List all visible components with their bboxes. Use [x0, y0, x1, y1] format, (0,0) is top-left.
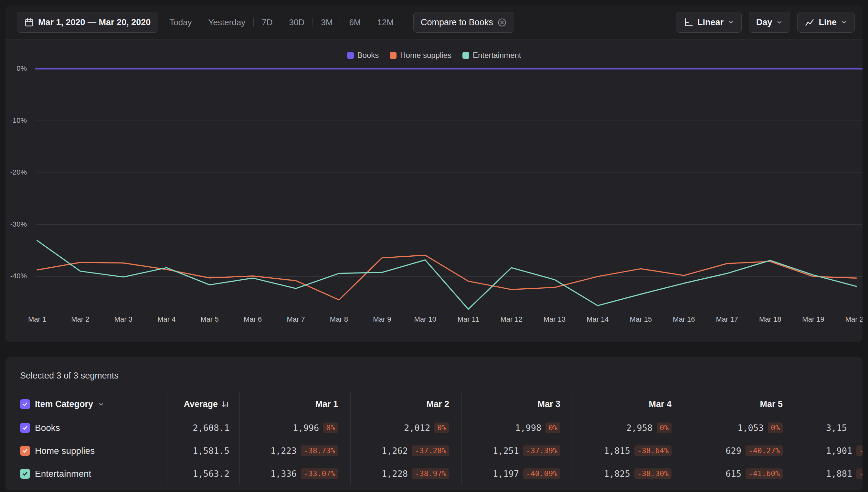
- pct-change-badge: 0%: [768, 422, 783, 433]
- category-header-label: Item Category: [35, 399, 93, 409]
- pct-change-badge: -33.07%: [301, 468, 338, 479]
- value-cell: 1,9960%: [239, 416, 350, 439]
- pct-change-badge: -37.28%: [412, 445, 449, 456]
- select-all-checkbox[interactable]: [20, 399, 30, 409]
- check-icon: [22, 448, 28, 454]
- sort-icon[interactable]: [221, 400, 229, 409]
- selected-segments-text: Selected 3 of 3 segments: [20, 371, 863, 380]
- pct-change-badge: -37.39%: [523, 445, 560, 456]
- row-label: Home supplies: [35, 446, 95, 456]
- average-header[interactable]: Average: [167, 392, 239, 416]
- date-column-header: Mar 2: [350, 392, 461, 416]
- table-row-label-entertainment: Entertainment: [5, 462, 167, 485]
- table-row-label-home-supplies: Home supplies: [5, 439, 167, 462]
- pct-change-badge: -4: [857, 468, 863, 479]
- series-line-home-supplies: [37, 255, 857, 300]
- average-header-label: Average: [183, 399, 218, 409]
- pct-change-badge: 0%: [434, 422, 449, 433]
- category-header[interactable]: Item Category: [5, 392, 167, 416]
- pct-change-badge: 0%: [545, 422, 560, 433]
- date-column-header: Mar 3: [461, 392, 572, 416]
- value-cell: 1,336-33.07%: [239, 462, 350, 485]
- date-column-header: Mar 1: [239, 392, 350, 416]
- row-checkbox[interactable]: [20, 446, 30, 456]
- pct-change-badge: -3: [857, 445, 863, 456]
- date-column-header: Mar 5: [684, 392, 795, 416]
- row-checkbox[interactable]: [20, 423, 30, 433]
- row-label: Books: [35, 423, 60, 433]
- value-cell: 1,223-38.73%: [239, 439, 350, 462]
- table-row-label-books: Books: [5, 416, 167, 439]
- value-cell: 1,9980%: [461, 416, 572, 439]
- average-cell: 2,608.1: [167, 416, 239, 439]
- value-cell: 615-41.60%: [684, 462, 795, 485]
- row-checkbox[interactable]: [20, 469, 30, 479]
- pct-change-badge: 0%: [323, 422, 338, 433]
- pct-change-badge: -41.60%: [745, 468, 783, 479]
- value-cell: 1,815-38.64%: [572, 439, 684, 462]
- segments-table: Item Category Average Mar 1 Mar 2 Mar 3 …: [5, 392, 863, 485]
- chart-card: Mar 1, 2020 — Mar 20, 2020 Today Yesterd…: [5, 5, 863, 342]
- segments-table-card: Selected 3 of 3 segments Item Category A…: [5, 357, 863, 490]
- check-icon: [22, 401, 28, 407]
- pct-change-badge: -38.64%: [634, 445, 671, 456]
- date-column-header: [795, 392, 863, 416]
- pct-change-badge: -38.30%: [634, 468, 671, 479]
- value-cell: 1,228-38.97%: [350, 462, 461, 485]
- pct-change-badge: -40.27%: [745, 445, 783, 456]
- value-cell: 1,197-40.09%: [461, 462, 572, 485]
- value-cell: 2,9580%: [572, 416, 684, 439]
- pct-change-badge: -40.09%: [523, 468, 560, 479]
- pct-change-badge: -38.97%: [412, 468, 449, 479]
- pct-change-badge: 0%: [657, 422, 671, 433]
- date-column-header: Mar 4: [572, 392, 684, 416]
- average-cell: 1,581.5: [167, 439, 239, 462]
- check-icon: [22, 425, 28, 431]
- value-cell: 1,251-37.39%: [461, 439, 572, 462]
- check-icon: [22, 471, 28, 477]
- value-cell: 1,881-4: [795, 462, 863, 485]
- chevron-down-icon: [98, 401, 104, 408]
- line-chart[interactable]: [5, 5, 863, 342]
- value-cell: 629-40.27%: [684, 439, 795, 462]
- row-label: Entertainment: [35, 469, 91, 479]
- value-cell: 1,0530%: [684, 416, 795, 439]
- value-cell: 1,262-37.28%: [350, 439, 461, 462]
- pct-change-badge: -38.73%: [301, 445, 338, 456]
- value-cell: 3,15: [795, 416, 863, 439]
- series-line-entertainment: [37, 241, 857, 309]
- value-cell: 1,825-38.30%: [572, 462, 684, 485]
- average-cell: 1,563.2: [167, 462, 239, 485]
- value-cell: 1,901-3: [795, 439, 863, 462]
- value-cell: 2,0120%: [350, 416, 461, 439]
